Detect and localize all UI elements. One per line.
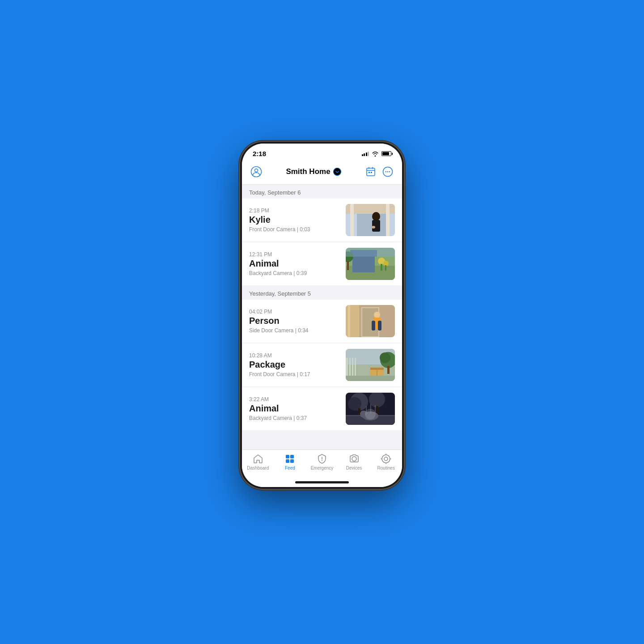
phone-wrapper: 2:18	[239, 141, 405, 490]
svg-point-7	[386, 171, 386, 172]
status-time: 2:18	[253, 150, 266, 157]
svg-rect-26	[385, 265, 386, 271]
nav-right	[364, 165, 395, 179]
svg-point-8	[387, 171, 388, 172]
calendar-button[interactable]	[364, 165, 378, 179]
tab-devices[interactable]: Devices	[342, 453, 366, 470]
nav-title[interactable]: Smith Home	[286, 167, 341, 176]
home-indicator	[242, 479, 402, 487]
bottom-tab-bar: Dashboard Feed	[242, 449, 402, 479]
svg-point-33	[374, 312, 380, 318]
svg-rect-29	[346, 248, 395, 257]
status-bar: 2:18	[242, 144, 402, 161]
feed-icon	[284, 453, 295, 464]
feed-title: Animal	[249, 403, 340, 414]
feed-subtitle: Side Door Camera | 0:34	[249, 327, 340, 334]
feed-item-animal1[interactable]: 12:31 PM Animal Backyard Camera | 0:39	[242, 242, 402, 285]
svg-rect-67	[286, 455, 289, 458]
svg-rect-68	[290, 455, 294, 458]
feed-subtitle: Backyard Camera | 0:37	[249, 415, 340, 421]
section-header-yesterday: Yesterday, September 5	[242, 286, 402, 300]
feed-thumbnail-person	[346, 305, 395, 337]
svg-rect-37	[346, 305, 359, 337]
section-header-today: Today, September 6	[242, 185, 402, 199]
feed-time: 04:02 PM	[249, 309, 340, 315]
feed-item-info: 2:18 PM Kylie Front Door Camera | 0:03	[249, 208, 340, 233]
feed-time: 2:18 PM	[249, 208, 340, 214]
feed-item-info: 04:02 PM Person Side Door Camera | 0:34	[249, 309, 340, 334]
feed-item-info: 3:22 AM Animal Backyard Camera | 0:37	[249, 396, 340, 421]
svg-rect-5	[371, 172, 372, 173]
svg-rect-48	[346, 376, 395, 381]
feed-thumbnail-package	[346, 349, 395, 381]
wifi-icon	[372, 151, 379, 157]
svg-rect-21	[352, 254, 375, 272]
feed-item-kylie[interactable]: 2:18 PM Kylie Front Door Camera | 0:03	[242, 199, 402, 242]
tab-emergency[interactable]: Emergency	[309, 453, 334, 470]
more-button[interactable]	[381, 165, 395, 179]
svg-rect-25	[381, 264, 382, 271]
svg-point-2	[333, 168, 341, 176]
svg-point-71	[322, 460, 322, 461]
bottom-spacer	[242, 431, 402, 440]
feed-thumbnail-animal1	[346, 248, 395, 280]
svg-rect-70	[290, 459, 294, 463]
feed-item-package[interactable]: 10:28 AM Package Front Door Camera | 0:1…	[242, 343, 402, 386]
svg-rect-28	[347, 261, 349, 270]
feed-thumbnail-kylie	[346, 204, 395, 236]
feed-subtitle: Front Door Camera | 0:03	[249, 226, 340, 233]
tab-feed-label: Feed	[285, 466, 295, 470]
svg-rect-13	[386, 204, 390, 236]
feed-title: Person	[249, 316, 340, 326]
feed-title: Package	[249, 360, 340, 370]
svg-point-18	[372, 226, 375, 229]
svg-rect-17	[372, 221, 380, 225]
routines-icon	[381, 453, 391, 464]
svg-rect-36	[378, 321, 381, 330]
feed-scroll[interactable]: Today, September 6 2:18 PM Kylie Front D…	[242, 185, 402, 449]
svg-point-9	[389, 171, 390, 172]
svg-rect-35	[372, 321, 375, 330]
feed-time: 12:31 PM	[249, 251, 340, 258]
svg-rect-14	[357, 214, 386, 236]
status-icons	[362, 151, 392, 157]
feed-item-info: 10:28 AM Package Front Door Camera | 0:1…	[249, 352, 340, 377]
home-bar	[295, 481, 349, 483]
phone-screen: 2:18	[242, 144, 402, 487]
svg-point-72	[352, 457, 356, 461]
svg-rect-66	[375, 405, 376, 413]
tab-emergency-label: Emergency	[311, 466, 334, 470]
svg-rect-65	[370, 404, 371, 414]
svg-rect-51	[387, 366, 390, 374]
feed-subtitle: Backyard Camera | 0:39	[249, 270, 340, 276]
tab-devices-label: Devices	[346, 466, 362, 470]
tab-routines-label: Routines	[377, 466, 394, 470]
chevron-down-icon	[333, 168, 341, 176]
svg-rect-4	[369, 172, 370, 173]
feed-subtitle: Front Door Camera | 0:17	[249, 371, 340, 377]
feed-title: Animal	[249, 258, 340, 269]
feed-time: 3:22 AM	[249, 396, 340, 402]
feed-time: 10:28 AM	[249, 352, 340, 359]
feed-item-animal2[interactable]: 3:22 AM Animal Backyard Camera | 0:37	[242, 387, 402, 430]
feed-title: Kylie	[249, 215, 340, 225]
profile-icon	[250, 166, 262, 178]
svg-point-74	[384, 457, 388, 461]
feed-item-person[interactable]: 04:02 PM Person Side Door Camera | 0:34	[242, 300, 402, 343]
svg-point-73	[382, 455, 390, 463]
tab-dashboard-label: Dashboard	[247, 466, 269, 470]
top-nav: Smith Home	[242, 161, 402, 185]
more-icon	[382, 166, 393, 177]
tab-dashboard[interactable]: Dashboard	[246, 453, 270, 470]
tab-routines[interactable]: Routines	[374, 453, 398, 470]
house-icon	[253, 453, 263, 464]
feed-item-info: 12:31 PM Animal Backyard Camera | 0:39	[249, 251, 340, 276]
svg-rect-69	[286, 459, 289, 463]
signal-icon	[362, 152, 369, 156]
svg-rect-38	[348, 305, 350, 337]
tab-feed[interactable]: Feed	[278, 453, 302, 470]
svg-rect-12	[350, 204, 354, 236]
phone-frame: 2:18	[239, 141, 405, 490]
profile-button[interactable]	[249, 165, 263, 179]
feed-thumbnail-animal2	[346, 393, 395, 425]
